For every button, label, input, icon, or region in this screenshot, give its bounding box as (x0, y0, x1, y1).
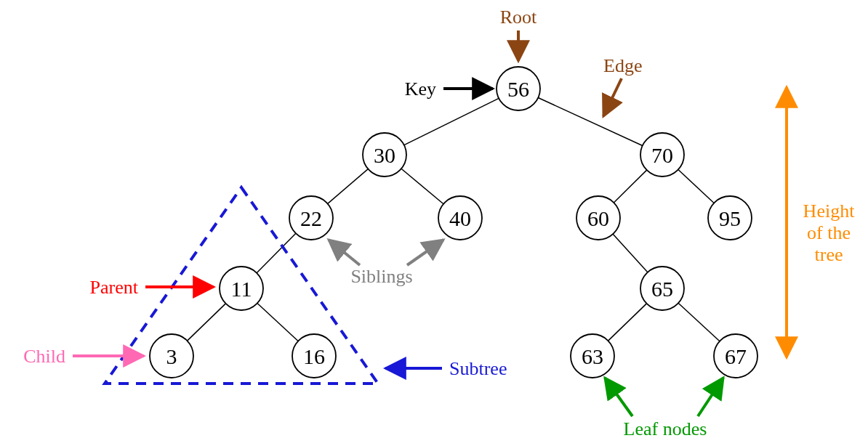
leaf-label: Leaf nodes (624, 418, 707, 439)
tree-edge (678, 169, 714, 203)
tree-node-value: 67 (725, 344, 747, 368)
tree-node-value: 11 (231, 277, 252, 301)
tree-nodes: 5630702240609511653166367 (150, 67, 758, 378)
tree-edge (401, 169, 443, 204)
tree-edge (257, 303, 298, 341)
tree-edge (614, 170, 646, 203)
siblings-label: Siblings (350, 266, 412, 287)
tree-edge (608, 304, 647, 341)
tree-node-value: 40 (449, 206, 471, 230)
siblings-arrow-right (407, 240, 443, 265)
tree-node-value: 30 (374, 143, 395, 167)
height-label-1: Height (803, 200, 856, 222)
tree-edge (613, 234, 648, 272)
height-label-3: tree (815, 244, 843, 265)
child-label: Child (23, 346, 65, 367)
tree-node-value: 3 (166, 344, 177, 368)
tree-node-value: 56 (507, 77, 529, 101)
parent-label: Parent (90, 277, 139, 298)
tree-edge (678, 303, 720, 341)
tree-edge (188, 304, 226, 341)
tree-node-value: 22 (300, 206, 322, 230)
tree-node-value: 95 (719, 206, 741, 230)
edge-arrow (603, 78, 622, 116)
tree-node-value: 16 (303, 344, 325, 368)
edge-label: Edge (603, 55, 642, 76)
leaf-arrow-right (698, 378, 723, 416)
siblings-arrow-left (329, 240, 360, 265)
tree-edge (538, 98, 642, 146)
root-label: Root (500, 7, 537, 28)
leaf-arrow-left (605, 378, 632, 416)
height-label-2: of the (807, 222, 851, 243)
tree-node-value: 70 (651, 143, 673, 167)
tree-diagram: 5630702240609511653166367 Root Edge Key … (0, 0, 868, 446)
subtree-label: Subtree (449, 358, 507, 379)
key-label: Key (405, 78, 436, 100)
tree-node-value: 63 (582, 344, 603, 368)
tree-edge (328, 169, 369, 204)
tree-edge (257, 233, 296, 272)
tree-node-value: 60 (587, 206, 609, 230)
tree-edge (404, 98, 499, 145)
tree-node-value: 65 (651, 277, 673, 301)
